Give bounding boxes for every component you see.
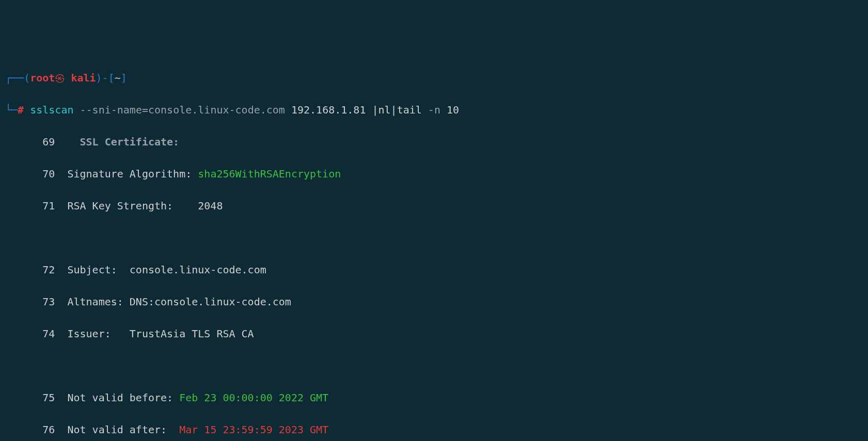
cmd-option: --sni-name=console.linux-code.com bbox=[80, 104, 285, 116]
output-line: 76 Not valid after: Mar 15 23:59:59 2023… bbox=[5, 422, 863, 438]
line-number: 76 bbox=[30, 422, 55, 438]
line-number: 71 bbox=[30, 198, 55, 214]
field-value: Feb 23 00:00:00 2022 GMT bbox=[179, 391, 328, 404]
field-label: Not valid after: bbox=[67, 423, 179, 436]
prompt-host: kali bbox=[71, 72, 96, 84]
cmd-pipe: |nl|tail bbox=[372, 104, 421, 116]
output-line: 71 RSA Key Strength: 2048 bbox=[5, 198, 863, 214]
line-number: 72 bbox=[30, 262, 55, 278]
field-line: Altnames: DNS:console.linux-code.com bbox=[67, 296, 291, 308]
prompt-close: ] bbox=[121, 72, 127, 84]
cmd-target: 192.168.1.81 bbox=[291, 104, 366, 116]
blank-line bbox=[5, 230, 863, 246]
output-line: 73 Altnames: DNS:console.linux-code.com bbox=[5, 294, 863, 310]
prompt-cwd: ~ bbox=[115, 72, 121, 84]
field-label: Signature Algorithm: bbox=[67, 168, 198, 180]
box-bottom: └─ bbox=[5, 104, 18, 116]
output-line: 75 Not valid before: Feb 23 00:00:00 202… bbox=[5, 390, 863, 406]
output-line: 70 Signature Algorithm: sha256WithRSAEnc… bbox=[5, 166, 863, 182]
line-number: 74 bbox=[30, 326, 55, 342]
output-line: 69 SSL Certificate: bbox=[5, 134, 863, 150]
blank-line bbox=[5, 358, 863, 374]
field-value: Mar 15 23:59:59 2023 GMT bbox=[179, 423, 328, 436]
field-line: Issuer: TrustAsia TLS RSA CA bbox=[67, 328, 254, 340]
prompt-user: root bbox=[30, 72, 55, 84]
prompt-hash: # bbox=[18, 104, 24, 116]
prompt-line-1-top: ┌──(root㉿ kali)-[~] bbox=[5, 70, 863, 86]
line-number: 73 bbox=[30, 294, 55, 310]
field-value: sha256WithRSAEncryption bbox=[198, 168, 341, 180]
line-number: 75 bbox=[30, 390, 55, 406]
prompt-sep: )-[ bbox=[96, 72, 115, 84]
cmd-binary: sslscan bbox=[30, 104, 73, 116]
field-line: RSA Key Strength: 2048 bbox=[67, 200, 223, 212]
output-line: 74 Issuer: TrustAsia TLS RSA CA bbox=[5, 326, 863, 342]
box-corner: ┌──( bbox=[5, 72, 30, 84]
section-header: SSL Certificate: bbox=[80, 136, 180, 148]
output-line: 72 Subject: console.linux-code.com bbox=[5, 262, 863, 278]
line-number: 69 bbox=[30, 134, 55, 150]
cmd-arg: 10 bbox=[447, 104, 459, 116]
line-number: 70 bbox=[30, 166, 55, 182]
skull-icon: ㉿ bbox=[55, 70, 65, 86]
command-line-1[interactable]: └─# sslscan --sni-name=console.linux-cod… bbox=[5, 102, 863, 118]
field-line: Subject: console.linux-code.com bbox=[67, 264, 266, 276]
field-label: Not valid before: bbox=[67, 391, 179, 404]
cmd-flag: -n bbox=[428, 104, 440, 116]
